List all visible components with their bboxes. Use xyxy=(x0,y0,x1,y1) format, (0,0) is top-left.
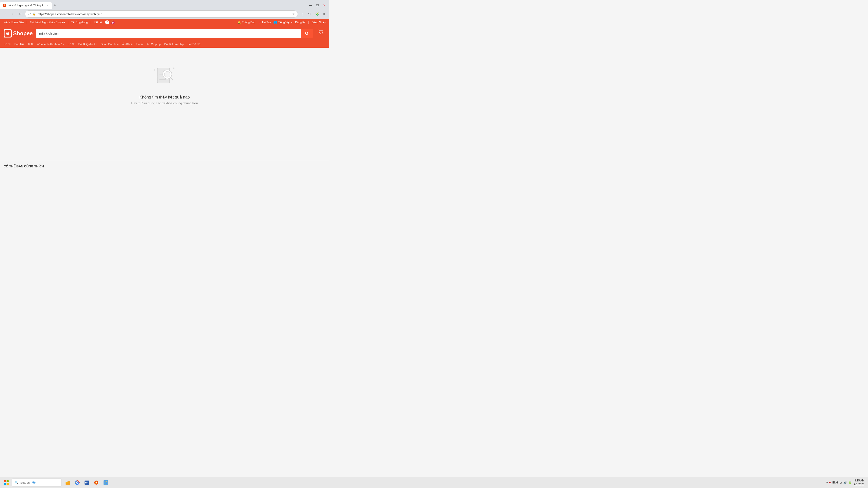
bell-icon: 🔔 xyxy=(238,21,241,24)
shopee-header: Shopee xyxy=(0,26,329,42)
social-icons: f ◎ xyxy=(105,20,115,24)
shopee-website: Kênh Người Bán | Trở thành Người bán Sho… xyxy=(0,19,329,172)
search-icon xyxy=(305,31,309,35)
bookmark-icon[interactable]: ☆ xyxy=(292,12,295,16)
search-bar xyxy=(36,29,313,38)
svg-text:+: + xyxy=(154,68,156,72)
tab-bar: S máy kích giun giá tốt Tháng 9, × + — ❐… xyxy=(0,0,329,9)
browser-actions: ⋮ 🛡 🧩 ≡ xyxy=(299,11,327,17)
shopee-nav: Đồ 0k Dép Nữ IP 1k iPhone 14 Pro Max 1k … xyxy=(0,42,329,48)
become-seller-link[interactable]: Trở thành Người bán Shopee xyxy=(30,21,65,24)
notification-link[interactable]: 🔔 Thông Báo xyxy=(238,21,255,24)
svg-point-12 xyxy=(164,71,170,77)
bottom-hint-text: CÓ THỂ BẠN CŨNG THÍCH xyxy=(4,164,44,168)
bottom-hint-section: CÓ THỂ BẠN CŨNG THÍCH xyxy=(0,161,329,172)
nav-link-iphone14[interactable]: iPhone 14 Pro Max 1k xyxy=(37,43,64,46)
svg-point-1 xyxy=(305,32,308,35)
logo-bag-icon xyxy=(4,29,12,37)
no-results-illustration: + + xyxy=(151,61,178,88)
shopee-top-right: 🔔 Thông Báo ❓ Hỗ Trợ 🌐 Tiếng Việt ▾ Đăng… xyxy=(238,21,326,24)
no-results-icon: + + xyxy=(151,61,178,89)
svg-line-13 xyxy=(170,77,173,80)
menu-button[interactable]: ≡ xyxy=(321,11,327,17)
back-button[interactable]: ‹ xyxy=(2,11,8,17)
minimize-button[interactable]: — xyxy=(307,3,314,8)
shield-icon: 🛡 xyxy=(28,12,31,16)
svg-point-4 xyxy=(322,33,322,34)
window-controls: — ❐ ✕ xyxy=(306,2,329,9)
address-text[interactable]: https://shopee.vn/search?keyword=máy kíc… xyxy=(38,12,290,16)
extensions2-button[interactable]: 🧩 xyxy=(314,11,320,17)
tab-favicon: S xyxy=(3,4,6,7)
browser-chrome: S máy kích giun giá tốt Tháng 9, × + — ❐… xyxy=(0,0,329,19)
active-tab[interactable]: S máy kích giun giá tốt Tháng 9, × xyxy=(0,2,52,9)
search-input[interactable] xyxy=(36,32,301,35)
register-link[interactable]: Đăng Ký xyxy=(295,21,306,24)
divider1: | xyxy=(26,21,27,24)
no-results-title: Không tìm thấy kết quả nào xyxy=(139,95,190,100)
connect-label: Kết nối xyxy=(94,21,102,24)
close-button[interactable]: ✕ xyxy=(321,3,327,8)
svg-line-2 xyxy=(307,34,308,35)
tab-close-button[interactable]: × xyxy=(45,4,49,7)
divider2: | xyxy=(68,21,68,24)
svg-point-3 xyxy=(320,33,321,34)
nav-link-aocroptop[interactable]: Áo Croptop xyxy=(147,43,161,46)
nav-link-do1kquanao[interactable]: Đồ 1k Quần Áo xyxy=(79,43,97,46)
divider4: | xyxy=(308,21,309,24)
question-icon: ❓ xyxy=(258,21,261,24)
shopee-top-bar: Kênh Người Bán | Trở thành Người bán Sho… xyxy=(0,19,329,26)
reload-button[interactable]: ↻ xyxy=(17,11,24,17)
facebook-icon[interactable]: f xyxy=(105,20,109,24)
nav-link-do0k[interactable]: Đồ 0k xyxy=(4,43,11,46)
chevron-down-icon: ▾ xyxy=(291,21,292,24)
address-bar[interactable]: 🛡 🔒 https://shopee.vn/search?keyword=máy… xyxy=(25,10,298,18)
seller-channel-link[interactable]: Kênh Người Bán xyxy=(4,21,24,24)
search-button[interactable] xyxy=(301,29,313,38)
login-link[interactable]: Đăng Nhập xyxy=(312,21,326,24)
globe-icon: 🌐 xyxy=(273,21,277,24)
extensions-button[interactable]: ⋮ xyxy=(299,11,306,17)
shield-action-button[interactable]: 🛡 xyxy=(307,11,313,17)
nav-link-depnu[interactable]: Dép Nữ xyxy=(14,43,24,46)
lock-icon: 🔒 xyxy=(33,12,36,15)
cart-icon[interactable] xyxy=(316,28,326,39)
no-results-subtitle: Hãy thử sử dụng các từ khóa chung chung … xyxy=(131,101,198,105)
nav-link-setdonu[interactable]: Set Đồ Nữ xyxy=(188,43,200,46)
nav-link-aokhoachoodie[interactable]: Áo Khoác Hoodie xyxy=(122,43,143,46)
browser-toolbar: ‹ › ↻ 🛡 🔒 https://shopee.vn/search?keywo… xyxy=(0,9,329,19)
download-app-link[interactable]: Tải ứng dụng xyxy=(71,21,88,24)
nav-link-ip1k[interactable]: IP 1k xyxy=(28,43,34,46)
nav-link-quanongloe[interactable]: Quần Ông Loe xyxy=(101,43,119,46)
maximize-button[interactable]: ❐ xyxy=(314,3,320,8)
forward-button[interactable]: › xyxy=(9,11,16,17)
instagram-icon[interactable]: ◎ xyxy=(111,20,115,24)
shopee-top-left: Kênh Người Bán | Trở thành Người bán Sho… xyxy=(4,20,115,24)
divider3: | xyxy=(90,21,91,24)
svg-text:+: + xyxy=(173,66,175,70)
nav-link-do1kfreeship[interactable]: Đồ 1k Free Ship xyxy=(164,43,184,46)
language-selector[interactable]: 🌐 Tiếng Việt ▾ xyxy=(273,21,292,24)
no-results-section: + + Không tìm thấy kết quả nào Hãy thử s… xyxy=(0,48,329,161)
logo-text: Shopee xyxy=(13,30,33,37)
help-link[interactable]: ❓ Hỗ Trợ xyxy=(258,21,271,24)
nav-link-do1k[interactable]: Đồ 1k xyxy=(68,43,75,46)
tab-title: máy kích giun giá tốt Tháng 9, xyxy=(8,4,44,7)
shopee-logo[interactable]: Shopee xyxy=(4,29,33,37)
new-tab-button[interactable]: + xyxy=(52,2,58,9)
